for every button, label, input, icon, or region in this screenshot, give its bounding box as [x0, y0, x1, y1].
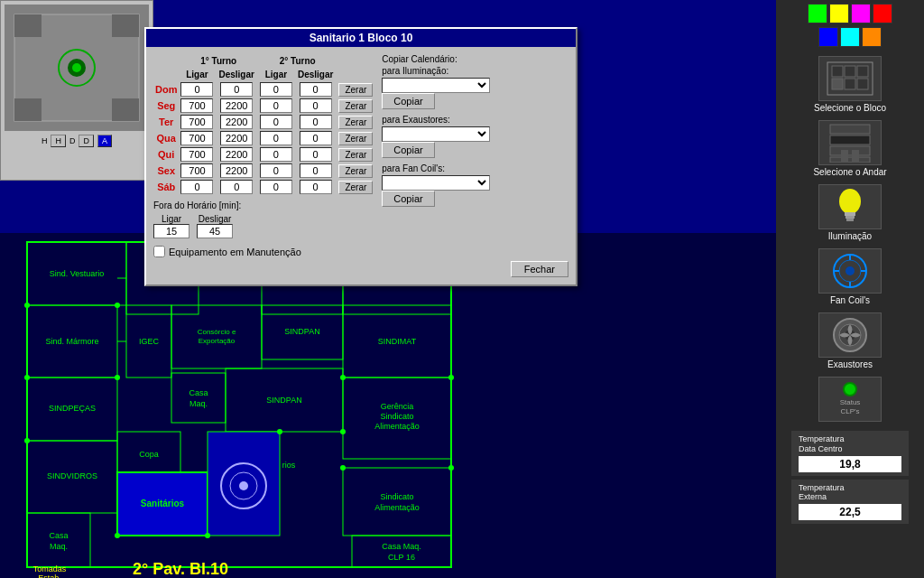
svg-text:Sind. Mármore: Sind. Mármore: [45, 337, 98, 346]
zerar-btn-5[interactable]: Zerar: [338, 164, 373, 178]
manutencao-section: Equipamento em Manutenção: [153, 246, 374, 257]
thumb-h-btn[interactable]: H: [51, 135, 66, 147]
svg-point-92: [448, 465, 454, 471]
fora-desligar-input[interactable]: [197, 224, 233, 238]
block-orange[interactable]: [862, 27, 882, 47]
schedule-input-t2_on[interactable]: [260, 180, 292, 194]
schedule-input-t1_off[interactable]: [220, 147, 253, 162]
manutencao-label: Equipamento em Manutenção: [169, 247, 301, 257]
svg-text:SINDPEÇAS: SINDPEÇAS: [49, 404, 96, 413]
schedule-input-t2_off[interactable]: [300, 98, 332, 113]
block-yellow[interactable]: [829, 4, 849, 23]
copiar-iluminacao-btn[interactable]: Copiar: [382, 93, 434, 109]
svg-text:rios: rios: [282, 461, 296, 470]
zerar-btn-3[interactable]: Zerar: [338, 132, 373, 145]
thumb-a-btn[interactable]: A: [97, 135, 112, 147]
schedule-row: QuaZerar: [153, 130, 374, 146]
schedule-input-t1_off[interactable]: [220, 131, 253, 145]
status-clps-button[interactable]: StatusCLP's: [818, 377, 882, 422]
schedule-modal: Sanitario 1 Bloco 10 1° Turno 2° Turno: [144, 27, 578, 286]
svg-point-100: [72, 63, 81, 72]
svg-text:Exportação: Exportação: [199, 337, 236, 345]
block-blue[interactable]: [818, 27, 838, 47]
svg-text:Maq.: Maq.: [189, 399, 208, 408]
svg-text:Casa: Casa: [189, 388, 208, 397]
block-magenta[interactable]: [851, 4, 871, 23]
schedule-input-t1_off[interactable]: [220, 82, 253, 97]
schedule-input-t1_off[interactable]: [220, 180, 253, 194]
temp-data-centro-label: TemperaturaData Centro: [799, 434, 901, 454]
iluminacao-combo[interactable]: [382, 78, 490, 93]
schedule-input-t1_on[interactable]: [180, 98, 213, 113]
selecione-bloco-button[interactable]: Selecione o Bloco: [814, 56, 886, 113]
selecione-andar-button[interactable]: Selecione o Andar: [813, 120, 886, 177]
right-sidebar: Selecione o Bloco Selecione o Andar: [776, 0, 924, 578]
schedule-input-t1_on[interactable]: [180, 180, 213, 194]
svg-text:SINDIMAT: SINDIMAT: [378, 337, 417, 346]
schedule-input-t2_on[interactable]: [260, 98, 292, 113]
svg-point-87: [115, 375, 120, 380]
iluminacao-button[interactable]: Iluminação: [818, 184, 882, 241]
schedule-input-t2_off[interactable]: [300, 131, 332, 145]
svg-point-94: [340, 429, 346, 434]
zerar-btn-1[interactable]: Zerar: [338, 99, 373, 113]
fancoils-combo[interactable]: [382, 175, 490, 191]
zerar-btn-0[interactable]: Zerar: [338, 83, 373, 97]
ligar1-header: Ligar: [179, 68, 215, 81]
schedule-input-t1_on[interactable]: [180, 131, 213, 145]
schedule-input-t1_off[interactable]: [220, 163, 253, 178]
schedule-input-t2_on[interactable]: [260, 147, 292, 162]
copiar-fancoils-btn[interactable]: Copiar: [382, 191, 434, 207]
schedule-input-t2_off[interactable]: [300, 147, 332, 162]
schedule-input-t1_off[interactable]: [220, 115, 253, 129]
svg-rect-69: [343, 468, 451, 536]
modal-title: Sanitario 1 Bloco 10: [146, 29, 576, 47]
schedule-input-t2_on[interactable]: [260, 163, 292, 178]
block-color-selector[interactable]: [808, 4, 892, 23]
schedule-input-t2_off[interactable]: [300, 82, 332, 97]
svg-text:Sindicato: Sindicato: [380, 492, 413, 501]
schedule-table: 1° Turno 2° Turno Ligar Desligar Ligar D…: [153, 54, 374, 257]
schedule-input-t1_on[interactable]: [180, 163, 213, 178]
schedule-input-t1_off[interactable]: [220, 98, 253, 113]
copiar-exaustores-btn[interactable]: Copiar: [382, 142, 434, 158]
svg-text:Casa Maq.: Casa Maq.: [382, 542, 421, 551]
block-cyan[interactable]: [840, 27, 860, 47]
svg-rect-11: [841, 150, 848, 163]
schedule-input-t1_on[interactable]: [180, 82, 213, 97]
svg-rect-10: [830, 157, 870, 163]
schedule-input-t2_off[interactable]: [300, 163, 332, 178]
thumb-d-btn[interactable]: D: [79, 135, 94, 147]
schedule-input-t1_on[interactable]: [180, 147, 213, 162]
fora-ligar-input[interactable]: [153, 224, 189, 238]
svg-point-93: [277, 429, 282, 434]
fancoils-button[interactable]: Fan Coil's: [818, 248, 882, 305]
exaustores-combo[interactable]: [382, 126, 490, 142]
svg-text:SINDVIDROS: SINDVIDROS: [47, 471, 97, 480]
block-red[interactable]: [873, 4, 892, 23]
fechar-btn[interactable]: Fechar: [511, 261, 568, 277]
exaustores-button[interactable]: Exaustores: [818, 312, 882, 369]
fora-horario-section: Fora do Horário [min]: Ligar Desligar: [153, 200, 374, 238]
day-label: Ter: [153, 114, 179, 130]
schedule-input-t2_on[interactable]: [260, 115, 292, 129]
schedule-input-t2_on[interactable]: [260, 131, 292, 145]
schedule-input-t2_off[interactable]: [300, 180, 332, 194]
svg-rect-103: [14, 98, 42, 121]
zerar-btn-2[interactable]: Zerar: [338, 116, 373, 129]
schedule-input-t1_on[interactable]: [180, 115, 213, 129]
svg-text:Sind. Vestuario: Sind. Vestuario: [50, 269, 105, 278]
manutencao-checkbox[interactable]: [153, 246, 165, 257]
svg-rect-104: [112, 98, 139, 121]
zerar-btn-6[interactable]: Zerar: [338, 181, 373, 194]
iluminacao-copy-section: Copiar Calendário: para Iluminação: Copi…: [382, 54, 508, 109]
block-green[interactable]: [808, 4, 827, 23]
temp-externa-box: TemperaturaExterna 22,5: [791, 480, 909, 525]
schedule-input-t2_off[interactable]: [300, 115, 332, 129]
svg-text:Maq.: Maq.: [50, 542, 68, 551]
svg-rect-5: [845, 79, 855, 89]
zerar-btn-4[interactable]: Zerar: [338, 148, 373, 162]
svg-text:CLP 16: CLP 16: [388, 553, 415, 562]
schedule-input-t2_on[interactable]: [260, 82, 292, 97]
svg-rect-16: [846, 219, 854, 221]
